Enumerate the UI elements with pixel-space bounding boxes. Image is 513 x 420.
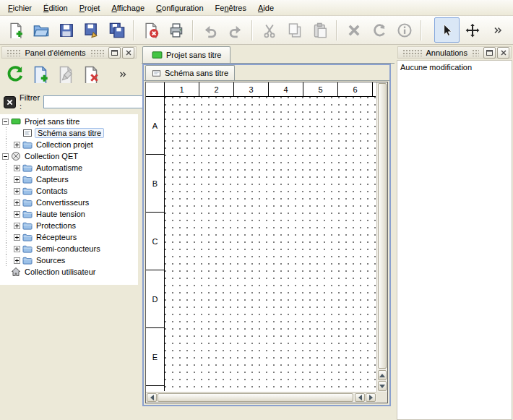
expand-icon[interactable] <box>14 142 20 148</box>
filter-row: Filtrer : <box>4 94 134 110</box>
print-button[interactable] <box>163 17 189 43</box>
scroll-up-button[interactable] <box>378 370 387 380</box>
pan-mode-button[interactable] <box>460 17 485 43</box>
expand-icon[interactable] <box>14 188 20 194</box>
save-button[interactable] <box>53 17 79 43</box>
vertical-scrollbar-thumb[interactable] <box>378 83 387 369</box>
dock-float-button[interactable] <box>483 47 496 59</box>
tree-item-haute-tension[interactable]: Haute tension <box>0 208 138 220</box>
menu-affichage[interactable]: Affichage <box>105 1 150 14</box>
expand-icon[interactable] <box>14 176 20 183</box>
scroll-down-button[interactable] <box>378 381 387 391</box>
undo-dock-titlebar[interactable]: Annulations <box>397 46 512 59</box>
tree-item-automatisme[interactable]: Automatisme <box>0 162 138 173</box>
rotate-button[interactable] <box>366 17 392 43</box>
dock-float-button[interactable] <box>108 47 121 59</box>
qet-collection-icon <box>11 151 21 161</box>
undo-history-list[interactable]: Aucune modification <box>397 60 512 420</box>
dock-close-button[interactable] <box>497 47 509 59</box>
project-tab-label: Projet sans titre <box>166 51 221 59</box>
expand-icon[interactable] <box>14 234 20 241</box>
save-all-button[interactable] <box>104 17 129 43</box>
tree-item-semi-conducteurs[interactable]: Semi-conducteurs <box>0 243 138 254</box>
paste-button[interactable] <box>307 17 332 43</box>
vertical-scrollbar[interactable] <box>376 82 387 392</box>
menu-projet[interactable]: Projet <box>74 1 106 14</box>
tree-item-collection-utilisateur[interactable]: Collection utilisateur <box>0 266 138 278</box>
collapse-icon[interactable] <box>2 153 9 160</box>
new-document-button[interactable] <box>3 17 28 43</box>
arrow-up-icon <box>379 374 385 377</box>
close-file-button[interactable] <box>138 17 163 43</box>
filter-input[interactable] <box>43 95 152 108</box>
menu-fenetres[interactable]: Fenêtres <box>210 1 252 14</box>
tree-item-collection-qet[interactable]: Collection QET <box>0 150 138 162</box>
column-header: 6 <box>338 82 373 96</box>
tree-item-sources[interactable]: Sources <box>0 254 138 266</box>
expand-icon[interactable] <box>14 246 20 252</box>
reload-collections-button[interactable] <box>4 63 27 86</box>
delete-button[interactable] <box>341 17 366 43</box>
toolbar-separator <box>336 20 337 40</box>
row-header: D <box>146 270 164 328</box>
tab-schema[interactable]: Schéma sans titre <box>145 65 235 80</box>
undo-dock: Annulations Aucune modification <box>396 45 513 420</box>
schema-canvas[interactable] <box>165 97 376 391</box>
toolbar-separator <box>192 20 194 40</box>
scrollbar-corner <box>376 392 387 403</box>
toolbar-extension-button[interactable] <box>485 17 510 43</box>
tree-item-contacts[interactable]: Contacts <box>0 185 138 197</box>
expand-icon[interactable] <box>14 200 20 206</box>
tree-item-project[interactable]: Projet sans titre <box>0 116 138 127</box>
scroll-left-button-2[interactable] <box>355 393 365 402</box>
edit-element-button[interactable] <box>54 63 77 86</box>
open-project-button[interactable] <box>28 17 53 43</box>
tree-item-capteurs[interactable]: Capteurs <box>0 173 138 185</box>
elements-panel-toolbar <box>2 62 136 87</box>
close-icon <box>501 50 506 56</box>
cut-button[interactable] <box>256 17 282 43</box>
tree-item-protections[interactable]: Protections <box>0 220 138 231</box>
column-header-fill <box>373 82 376 96</box>
dock-close-button[interactable] <box>122 47 134 59</box>
panel-toolbar-extension-button[interactable] <box>111 63 134 86</box>
new-element-button[interactable] <box>29 63 52 86</box>
menu-fichier[interactable]: Fichier <box>2 1 38 14</box>
horizontal-scrollbar-thumb[interactable] <box>158 393 353 402</box>
row-header: E <box>146 328 164 386</box>
select-mode-button[interactable] <box>434 17 460 43</box>
column-ruler: 1 2 3 4 5 6 <box>165 82 376 97</box>
menu-configuration[interactable]: Configuration <box>150 1 209 14</box>
scroll-left-button[interactable] <box>147 393 157 402</box>
expand-icon[interactable] <box>14 165 20 171</box>
undo-dock-title: Annulations <box>425 48 470 57</box>
horizontal-scrollbar[interactable] <box>146 392 376 403</box>
new-document-icon <box>8 22 24 38</box>
tree-item-collection-projet[interactable]: Collection projet <box>0 139 138 150</box>
scroll-right-button[interactable] <box>366 393 376 402</box>
collapse-icon[interactable] <box>2 119 9 125</box>
qelectrotech-window: Fichier Édition Projet Affichage Configu… <box>0 0 513 420</box>
undo-empty-text: Aucune modification <box>397 61 512 74</box>
expand-icon[interactable] <box>14 223 20 229</box>
copy-button[interactable] <box>282 17 307 43</box>
delete-element-button[interactable] <box>79 63 103 86</box>
folder-icon <box>22 186 33 196</box>
tree-item-schema[interactable]: Schéma sans titre <box>0 127 138 139</box>
clear-filter-button[interactable] <box>4 96 16 108</box>
project-icon <box>152 51 163 59</box>
tab-project[interactable]: Projet sans titre <box>142 46 230 63</box>
expand-icon[interactable] <box>14 211 20 218</box>
save-as-button[interactable] <box>79 17 104 43</box>
tree-item-recepteurs[interactable]: Récepteurs <box>0 231 138 243</box>
redo-button[interactable] <box>223 17 248 43</box>
tree-item-convertisseurs[interactable]: Convertisseurs <box>0 197 138 208</box>
expand-icon[interactable] <box>14 257 20 264</box>
menu-edition[interactable]: Édition <box>38 1 74 14</box>
save-all-icon <box>109 22 125 38</box>
edit-element-icon <box>57 66 74 83</box>
elements-panel-titlebar[interactable]: Panel d'éléments <box>1 46 137 59</box>
undo-button[interactable] <box>197 17 223 43</box>
menu-aide[interactable]: Aide <box>252 1 280 14</box>
element-info-button[interactable] <box>392 17 417 43</box>
